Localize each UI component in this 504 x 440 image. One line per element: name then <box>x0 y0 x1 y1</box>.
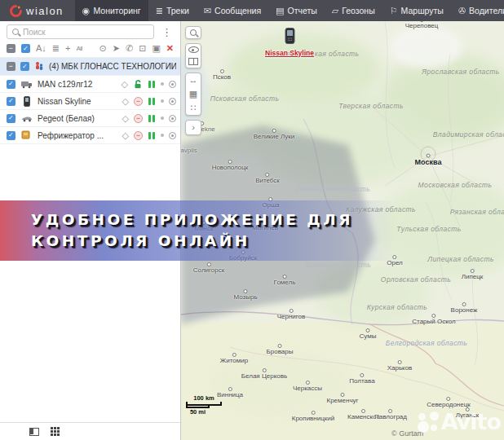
layout-panel-icon[interactable] <box>29 428 39 436</box>
commands-icon[interactable]: ✆ <box>126 44 133 53</box>
show-all-icon[interactable]: All <box>77 46 82 52</box>
locate-units-icon[interactable]: ⊙ <box>99 44 107 53</box>
locate-unit-icon[interactable] <box>169 98 176 105</box>
data-state-dot <box>161 82 164 86</box>
locate-unit-icon[interactable] <box>169 81 176 88</box>
map-city-label: Гомель <box>274 275 296 286</box>
wialon-logo: wialon <box>0 5 75 17</box>
map-city-label: Харьков <box>387 360 413 372</box>
unit-row[interactable]: MAN с129лг12 ◇ <box>0 76 180 93</box>
map-city-label: Павлоград <box>374 409 407 420</box>
nav-item-icon: ✇ <box>458 6 466 16</box>
map-city-label: Луганск <box>456 407 479 419</box>
map-region-label: Владимирская область <box>433 130 504 139</box>
map-region-label: Курская область <box>367 303 427 311</box>
select-all-checkbox[interactable] <box>21 44 30 53</box>
nav-item-geofences[interactable]: ▱ Геозоны <box>325 0 382 21</box>
unit-checkbox[interactable] <box>7 114 15 123</box>
nav-item-monitoring[interactable]: ◉ Мониторинг <box>75 0 148 21</box>
map-source-icon[interactable] <box>188 58 198 65</box>
cluster-icon[interactable]: ∷ <box>191 103 197 112</box>
unit-checkbox[interactable] <box>7 97 15 106</box>
sidebar-menu-icon[interactable]: ⋮ <box>158 27 175 37</box>
nav-item-label: Водители <box>469 6 504 15</box>
nav-item-messages[interactable]: ✉ Сообщения <box>197 0 268 21</box>
close-list-icon[interactable]: ✕ <box>166 44 174 53</box>
apps-grid-icon[interactable] <box>51 427 60 436</box>
unit-name: MAN с129лг12 <box>38 80 117 89</box>
unit-list-toolbar: A↓ ≣ + All ⊙ ➤ ✆ ⊡ ▣ ✕ <box>0 42 180 58</box>
map-city-label: Витебск <box>255 173 280 184</box>
nav-item-tracks[interactable]: ≣ Треки <box>148 0 197 21</box>
follow-units-icon[interactable]: ➤ <box>113 44 120 53</box>
map-city-label: Белая Церковь <box>241 368 287 380</box>
banner-line-2: КОНТРОЛЯ ОНЛАЙН <box>31 231 395 252</box>
unit-list: MAN с129лг12 ◇ Nissan Skyline ◇ − Pegeot… <box>0 76 180 144</box>
data-state-dot <box>161 99 164 103</box>
group-collapse-checkbox[interactable] <box>7 62 15 71</box>
search-icon <box>12 29 19 35</box>
search-box[interactable] <box>7 24 154 39</box>
group-icon <box>34 61 44 73</box>
search-input[interactable] <box>23 28 148 37</box>
nav-item-label: Отчеты <box>288 6 317 15</box>
add-all-icon[interactable]: + <box>65 44 70 53</box>
motion-state-icon <box>148 132 156 139</box>
chevron-right-icon: › <box>192 123 195 132</box>
list-options-icon[interactable]: ≣ <box>52 44 60 53</box>
search-row: ⋮ <box>0 21 180 42</box>
nav-item-label: Мониторинг <box>93 6 140 15</box>
map-region-label: Тверская область <box>338 102 404 110</box>
geofence-state-icon: ◇ <box>122 113 129 124</box>
map-city-label: Бровары <box>267 344 294 355</box>
map-city-label: Липецк <box>462 269 484 280</box>
locate-unit-icon[interactable] <box>169 132 176 139</box>
sort-icon[interactable]: A↓ <box>36 44 46 53</box>
connection-state-icon: − <box>134 114 143 123</box>
data-state-dot <box>161 134 164 137</box>
unit-row[interactable]: Nissan Skyline ◇ − <box>0 93 180 110</box>
nav-item-icon: ▤ <box>276 6 284 16</box>
collapse-tools-button[interactable]: › <box>185 120 201 135</box>
unit-row[interactable]: Рефрижератор ... ◇ − <box>0 127 180 144</box>
nav-item-icon: ≣ <box>156 6 163 16</box>
vehicle-icon <box>20 80 33 89</box>
vehicle-icon <box>20 96 33 107</box>
map-region-label: Смоленская область <box>295 185 370 193</box>
motion-state-icon <box>148 81 156 88</box>
nav-item-label: Маршруты <box>401 6 444 15</box>
unit-checkbox[interactable] <box>7 131 15 140</box>
unit-checkbox[interactable] <box>7 80 15 89</box>
nav-item-label: Геозоны <box>342 6 374 15</box>
archive-icon[interactable]: ▣ <box>152 44 160 53</box>
phone-marker-icon <box>285 28 295 44</box>
sidebar-bottom-bar <box>0 422 180 440</box>
map-search-tool[interactable] <box>185 26 201 39</box>
map-city-label: Новополоцк <box>212 160 249 171</box>
nav-item-label: Треки <box>166 6 189 15</box>
select-none-checkbox[interactable] <box>7 44 15 53</box>
nav-menu: ◉ Мониторинг ≣ Треки ✉ Сообщения ▤ Отчет… <box>75 0 504 21</box>
top-navigation-bar: wialon ◉ Мониторинг ≣ Треки ✉ Сообщения … <box>0 0 504 21</box>
map-search-icon <box>190 29 197 36</box>
locate-unit-icon[interactable] <box>169 115 176 122</box>
map-region-label: Орловская область <box>381 275 451 284</box>
map-tools: ↔ ▦ ∷ › <box>185 26 201 135</box>
unit-row[interactable]: Pegeot (Белая) ◇ − <box>0 110 180 127</box>
nav-item-reports[interactable]: ▤ Отчеты <box>268 0 325 21</box>
monitor-icon[interactable]: ⊡ <box>139 44 146 53</box>
map-attribution: © Gurtam <box>391 429 423 438</box>
map-region-label: Брянская область <box>306 261 371 269</box>
nav-item-icon: ✉ <box>204 6 211 16</box>
unit-marker[interactable] <box>285 28 295 47</box>
nav-item-drivers[interactable]: ✇ Водители <box>451 0 504 21</box>
group-checkbox[interactable] <box>20 62 29 71</box>
measure-icon[interactable]: ↔ <box>189 76 198 85</box>
unit-marker-label[interactable]: Nissan Skyline <box>265 49 314 57</box>
visibility-icon[interactable] <box>188 46 199 53</box>
nav-item-routes[interactable]: ⚐ Маршруты <box>382 0 451 21</box>
map-region-label: Ярославская область <box>422 68 499 76</box>
unit-name: Рефрижератор ... <box>38 131 117 140</box>
traffic-icon[interactable]: ▦ <box>189 90 197 99</box>
unit-group-row[interactable]: (4) МБК ГЛОНАСС ТЕХНОЛОГИИ (de... <box>0 58 180 76</box>
